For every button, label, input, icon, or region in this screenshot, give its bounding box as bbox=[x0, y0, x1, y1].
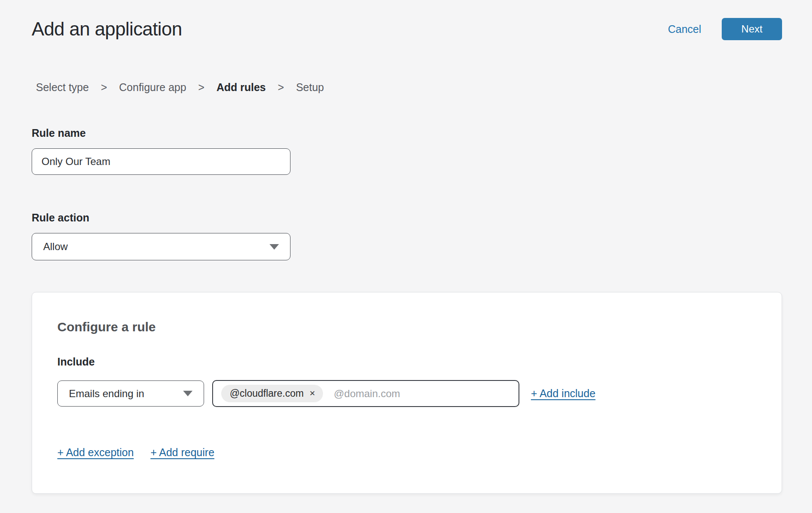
rule-links-row: + Add exception + Add require bbox=[57, 446, 756, 459]
email-domain-input[interactable] bbox=[334, 388, 514, 400]
rule-action-selected-value: Allow bbox=[43, 241, 68, 253]
chevron-down-icon bbox=[270, 244, 279, 250]
breadcrumb-step-add-rules[interactable]: Add rules bbox=[216, 81, 266, 94]
next-button[interactable]: Next bbox=[722, 18, 782, 40]
include-rule-row: Emails ending in @cloudflare.com ✕ + Add… bbox=[57, 380, 756, 407]
page-title: Add an application bbox=[32, 18, 182, 40]
breadcrumb-separator-icon: > bbox=[198, 81, 204, 94]
remove-chip-icon[interactable]: ✕ bbox=[309, 390, 315, 397]
rule-name-field: Rule name bbox=[32, 127, 782, 175]
add-exception-link[interactable]: + Add exception bbox=[57, 446, 134, 459]
add-require-link[interactable]: + Add require bbox=[151, 446, 214, 459]
breadcrumb-separator-icon: > bbox=[101, 81, 107, 94]
include-label: Include bbox=[57, 356, 756, 368]
breadcrumb-separator-icon: > bbox=[278, 81, 284, 94]
header-actions: Cancel Next bbox=[668, 18, 782, 40]
breadcrumb-step-configure-app[interactable]: Configure app bbox=[119, 81, 186, 94]
configure-rule-title: Configure a rule bbox=[57, 320, 756, 334]
add-include-link[interactable]: + Add include bbox=[531, 387, 596, 400]
breadcrumb: Select type > Configure app > Add rules … bbox=[32, 81, 782, 94]
chevron-down-icon bbox=[183, 391, 193, 396]
breadcrumb-step-select-type[interactable]: Select type bbox=[36, 81, 89, 94]
rule-action-select[interactable]: Allow bbox=[32, 233, 290, 260]
include-selector-selected-value: Emails ending in bbox=[69, 388, 144, 400]
email-domain-chip: @cloudflare.com ✕ bbox=[221, 385, 323, 402]
rule-name-label: Rule name bbox=[32, 127, 782, 139]
page-header: Add an application Cancel Next bbox=[32, 18, 782, 40]
email-domain-chip-label: @cloudflare.com bbox=[230, 388, 304, 399]
cancel-button[interactable]: Cancel bbox=[668, 23, 701, 35]
rule-action-field: Rule action Allow bbox=[32, 212, 782, 260]
configure-rule-card: Configure a rule Include Emails ending i… bbox=[32, 292, 782, 494]
email-domains-tag-input[interactable]: @cloudflare.com ✕ bbox=[212, 380, 519, 407]
include-selector-select[interactable]: Emails ending in bbox=[57, 380, 204, 407]
rule-action-label: Rule action bbox=[32, 212, 782, 224]
breadcrumb-step-setup[interactable]: Setup bbox=[296, 81, 324, 94]
rule-name-input[interactable] bbox=[32, 148, 290, 175]
add-application-page: Add an application Cancel Next Select ty… bbox=[0, 0, 812, 513]
